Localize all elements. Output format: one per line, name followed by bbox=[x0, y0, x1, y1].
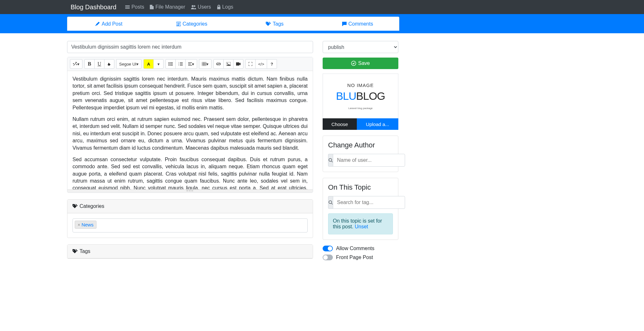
svg-point-4 bbox=[169, 64, 170, 65]
link-button[interactable] bbox=[213, 59, 224, 69]
comment-icon bbox=[342, 22, 347, 26]
paragraph: Vestibulum dignissim sagittis lorem nec … bbox=[73, 75, 308, 111]
svg-point-1 bbox=[194, 5, 195, 7]
allow-comments-label: Allow Comments bbox=[336, 246, 374, 251]
main-navbar: Blog Dashboard Posts File Manager Users … bbox=[0, 0, 644, 14]
on-topic-title: On This Topic bbox=[328, 183, 393, 192]
tags-title: Tags bbox=[80, 248, 90, 254]
post-title-input[interactable] bbox=[67, 41, 313, 53]
eraser-button[interactable] bbox=[104, 59, 114, 69]
font-color-button[interactable]: A bbox=[143, 59, 154, 69]
search-addon bbox=[328, 196, 333, 209]
font-color-dropdown[interactable]: ▾ bbox=[153, 59, 164, 69]
upload-button[interactable]: Upload a... bbox=[357, 118, 398, 130]
search-icon bbox=[328, 158, 333, 162]
categories-header: Categories bbox=[67, 200, 313, 213]
tab-add-post-label: Add Post bbox=[102, 21, 122, 27]
svg-point-11 bbox=[227, 63, 228, 64]
ul-icon bbox=[168, 62, 173, 66]
front-page-label: Front Page Post bbox=[336, 255, 373, 260]
tab-comments[interactable]: Comments bbox=[316, 17, 399, 31]
ol-icon: 123 bbox=[178, 62, 183, 66]
tags-icon bbox=[73, 249, 78, 254]
no-image-text: NO IMAGE bbox=[347, 83, 374, 88]
tab-comments-label: Comments bbox=[349, 21, 373, 27]
nav-logs-label: Logs bbox=[222, 4, 234, 10]
list-icon bbox=[125, 5, 130, 9]
nav-logs[interactable]: Logs bbox=[217, 4, 234, 10]
editor-body[interactable]: Vestibulum dignissim sagittis lorem nec … bbox=[67, 71, 313, 189]
fullscreen-button[interactable] bbox=[245, 59, 256, 69]
logo-subtitle: Laravel blog package bbox=[348, 107, 372, 110]
svg-rect-12 bbox=[236, 62, 239, 66]
underline-button[interactable]: U bbox=[94, 59, 104, 69]
status-select[interactable]: publish bbox=[323, 41, 398, 53]
svg-point-14 bbox=[329, 159, 332, 162]
paragraph-button[interactable]: ▾ bbox=[185, 59, 197, 69]
codeview-button[interactable]: </> bbox=[255, 59, 267, 69]
table-button[interactable]: ▾ bbox=[199, 59, 211, 69]
action-bar: Add Post Categories Tags Comments bbox=[0, 14, 644, 33]
list-alt-icon bbox=[176, 22, 181, 26]
blublog-logo: BLUBLOG bbox=[336, 90, 385, 102]
categories-tag-input[interactable]: × News bbox=[73, 218, 308, 232]
tags-icon bbox=[73, 204, 78, 209]
tags-header: Tags bbox=[67, 245, 313, 258]
pencil-icon bbox=[95, 22, 100, 26]
editor-toolbar: ▾ B U Segoe UI ▾ A ▾ bbox=[67, 57, 313, 71]
front-page-switch[interactable] bbox=[323, 255, 333, 260]
tab-bar: Add Post Categories Tags Comments bbox=[67, 17, 399, 31]
image-preview: NO IMAGE BLUBLOG Laravel blog package bbox=[323, 74, 398, 118]
video-button[interactable] bbox=[233, 59, 243, 69]
tab-tags[interactable]: Tags bbox=[233, 17, 316, 31]
file-icon bbox=[150, 5, 154, 9]
paragraph: Sed accumsan consectetur vulputate. Proi… bbox=[73, 156, 308, 189]
font-family-button[interactable]: Segoe UI ▾ bbox=[116, 59, 142, 69]
search-addon bbox=[328, 154, 333, 167]
nav-posts[interactable]: Posts bbox=[125, 4, 144, 10]
check-circle-icon bbox=[351, 61, 356, 66]
help-button[interactable]: ? bbox=[267, 59, 277, 69]
nav-posts-label: Posts bbox=[131, 4, 144, 10]
lock-icon bbox=[217, 5, 221, 9]
search-icon bbox=[328, 200, 333, 205]
on-topic-card: On This Topic On this topic is set for t… bbox=[323, 178, 398, 240]
bold-button[interactable]: B bbox=[84, 59, 95, 69]
categories-title: Categories bbox=[80, 203, 104, 209]
rich-text-editor: ▾ B U Segoe UI ▾ A ▾ bbox=[67, 57, 313, 193]
change-author-title: Change Author bbox=[328, 141, 393, 149]
align-icon bbox=[188, 62, 192, 66]
tag-search-input[interactable] bbox=[333, 196, 405, 209]
nav-file-manager-label: File Manager bbox=[155, 4, 185, 10]
author-search-input[interactable] bbox=[333, 154, 405, 167]
svg-point-5 bbox=[169, 65, 170, 66]
svg-point-15 bbox=[329, 201, 332, 204]
change-author-card: Change Author bbox=[323, 136, 398, 172]
paragraph: Nullam rutrum orci enim, at rutrum sapie… bbox=[73, 116, 308, 152]
fullscreen-icon bbox=[249, 62, 252, 66]
tab-add-post[interactable]: Add Post bbox=[67, 17, 150, 31]
brand-link[interactable]: Blog Dashboard bbox=[71, 4, 116, 11]
category-name: News bbox=[81, 222, 94, 227]
tags-card: Tags bbox=[67, 244, 313, 259]
tab-categories[interactable]: Categories bbox=[150, 17, 234, 31]
allow-comments-switch[interactable] bbox=[323, 246, 333, 251]
magic-wand-icon bbox=[73, 62, 77, 66]
unordered-list-button[interactable] bbox=[165, 59, 176, 69]
tags-icon bbox=[266, 22, 271, 26]
save-button[interactable]: Save bbox=[323, 58, 398, 69]
magic-button[interactable]: ▾ bbox=[70, 59, 82, 69]
nav-users[interactable]: Users bbox=[191, 4, 211, 10]
remove-category-icon[interactable]: × bbox=[78, 222, 80, 227]
table-icon bbox=[202, 62, 206, 66]
tab-tags-label: Tags bbox=[273, 21, 284, 27]
unset-link[interactable]: Unset bbox=[355, 224, 368, 229]
ordered-list-button[interactable]: 123 bbox=[175, 59, 186, 69]
choose-button[interactable]: Choose bbox=[323, 118, 357, 130]
svg-rect-9 bbox=[202, 62, 206, 66]
topic-alert: On this topic is set for this post. Unse… bbox=[328, 213, 393, 234]
resize-handle[interactable]: ═══ bbox=[67, 189, 313, 193]
svg-point-3 bbox=[169, 62, 170, 63]
picture-button[interactable] bbox=[223, 59, 234, 69]
nav-file-manager[interactable]: File Manager bbox=[150, 4, 185, 10]
